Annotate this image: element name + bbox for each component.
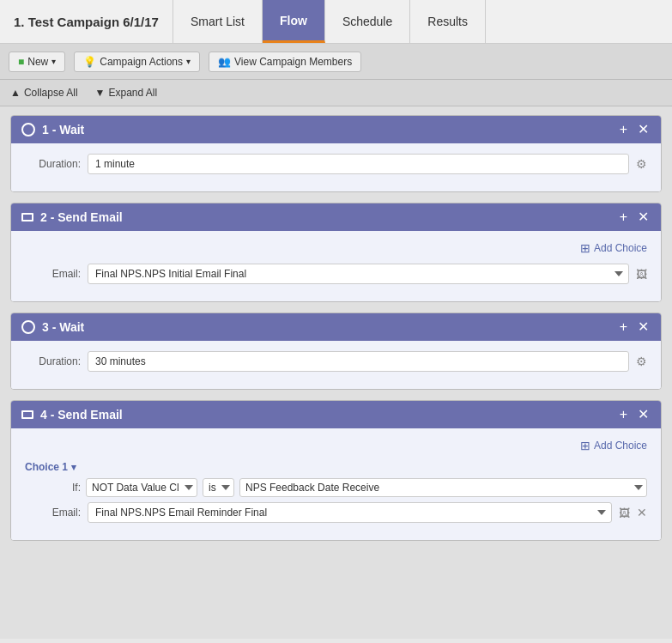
step-3-duration-row: Duration: 30 minutes ⚙ bbox=[25, 351, 647, 372]
step-1-duration-value[interactable]: 1 minute bbox=[88, 154, 629, 174]
step-2-title: 2 - Send Email bbox=[40, 210, 123, 224]
campaign-actions-button[interactable]: 💡 Campaign Actions ▾ bbox=[74, 52, 200, 72]
view-members-icon: 👥 bbox=[218, 56, 231, 68]
step-2-email-label: Email: bbox=[25, 268, 81, 280]
step-3-type-icon bbox=[21, 320, 35, 334]
step-2-add-button[interactable]: + bbox=[618, 210, 629, 224]
step-4-if-field2-select[interactable]: is bbox=[203, 478, 234, 497]
expand-all-button[interactable]: ▼ Expand All bbox=[95, 87, 158, 99]
step-2-type-icon bbox=[21, 213, 33, 221]
step-4-choice-1: Choice 1 ▾ If: NOT Data Value Cl is NPS … bbox=[25, 461, 647, 523]
step-2-email-row: Email: Final NPS.NPS Initial Email Final… bbox=[25, 264, 647, 284]
step-1-duration-label: Duration: bbox=[25, 158, 81, 170]
step-1-gear-icon[interactable]: ⚙ bbox=[636, 157, 647, 171]
step-2-add-choice-button[interactable]: ⊞ Add Choice bbox=[580, 241, 647, 255]
step-4-email-row: Email: Final NPS.NPS Email Reminder Fina… bbox=[25, 502, 647, 523]
tab-bar: 1. Test Campaign 6/1/17 Smart List Flow … bbox=[0, 0, 672, 44]
step-2-send-email: 2 - Send Email + ✕ ⊞ Add Choice Email: F… bbox=[10, 203, 662, 302]
campaign-title: 1. Test Campaign 6/1/17 bbox=[0, 0, 173, 43]
step-1-header: 1 - Wait + ✕ bbox=[11, 116, 661, 143]
step-4-if-row: If: NOT Data Value Cl is NPS Feedback Da… bbox=[25, 478, 647, 497]
step-2-header: 2 - Send Email + ✕ bbox=[11, 203, 661, 231]
tab-results[interactable]: Results bbox=[410, 0, 486, 43]
toolbar: ■ New ▾ 💡 Campaign Actions ▾ 👥 View Camp… bbox=[0, 44, 672, 80]
step-4-body: ⊞ Add Choice Choice 1 ▾ If: NOT Data Val… bbox=[11, 428, 661, 540]
step-4-add-button[interactable]: + bbox=[618, 408, 629, 422]
campaign-actions-icon: 💡 bbox=[83, 56, 96, 68]
step-4-title: 4 - Send Email bbox=[40, 408, 123, 422]
new-button[interactable]: ■ New ▾ bbox=[9, 52, 65, 72]
new-dropdown-icon: ▾ bbox=[51, 57, 56, 66]
step-1-duration-row: Duration: 1 minute ⚙ bbox=[25, 154, 647, 174]
step-4-email-delete-button[interactable]: ✕ bbox=[637, 506, 647, 519]
tab-flow[interactable]: Flow bbox=[263, 0, 325, 43]
step-1-wait: 1 - Wait + ✕ Duration: 1 minute ⚙ bbox=[10, 115, 662, 192]
step-1-body: Duration: 1 minute ⚙ bbox=[11, 143, 661, 191]
step-1-add-button[interactable]: + bbox=[618, 123, 629, 136]
step-1-title: 1 - Wait bbox=[42, 123, 84, 136]
step-4-close-button[interactable]: ✕ bbox=[636, 408, 651, 422]
step-3-duration-value[interactable]: 30 minutes bbox=[88, 351, 629, 372]
add-choice-icon: ⊞ bbox=[580, 241, 590, 255]
campaign-actions-dropdown-icon: ▾ bbox=[186, 57, 191, 66]
step-3-duration-label: Duration: bbox=[25, 355, 81, 367]
new-icon: ■ bbox=[18, 56, 24, 68]
step-3-wait: 3 - Wait + ✕ Duration: 30 minutes ⚙ bbox=[10, 312, 662, 390]
step-3-gear-icon[interactable]: ⚙ bbox=[636, 355, 647, 368]
step-4-add-choice-icon: ⊞ bbox=[580, 439, 590, 452]
step-4-choice-1-label[interactable]: Choice 1 ▾ bbox=[25, 461, 647, 473]
step-3-body: Duration: 30 minutes ⚙ bbox=[11, 341, 661, 389]
step-4-if-label: If: bbox=[25, 482, 81, 494]
step-4-header: 4 - Send Email + ✕ bbox=[11, 401, 661, 428]
step-2-email-select[interactable]: Final NPS.NPS Initial Email Final bbox=[88, 264, 629, 284]
tab-schedule[interactable]: Schedule bbox=[325, 0, 410, 43]
step-1-type-icon bbox=[21, 123, 35, 136]
main-content: 1 - Wait + ✕ Duration: 1 minute ⚙ 2 - Se… bbox=[0, 106, 672, 639]
expand-icon: ▼ bbox=[95, 87, 106, 99]
step-3-title: 3 - Wait bbox=[42, 320, 84, 334]
step-4-type-icon bbox=[21, 410, 33, 419]
step-2-email-preview-icon[interactable]: 🖼 bbox=[636, 268, 647, 281]
step-4-if-field3-select[interactable]: NPS Feedback Date Receive bbox=[239, 478, 647, 497]
step-4-add-choice-button[interactable]: ⊞ Add Choice bbox=[580, 439, 647, 452]
step-4-email-preview-icon[interactable]: 🖼 bbox=[619, 507, 630, 519]
step-3-close-button[interactable]: ✕ bbox=[636, 320, 651, 334]
view-members-button[interactable]: 👥 View Campaign Members bbox=[209, 52, 361, 72]
step-3-header: 3 - Wait + ✕ bbox=[11, 313, 661, 341]
collapse-all-button[interactable]: ▲ Collapse All bbox=[10, 87, 78, 99]
choice-dropdown-icon: ▾ bbox=[71, 462, 76, 473]
step-3-add-button[interactable]: + bbox=[618, 320, 629, 334]
step-2-close-button[interactable]: ✕ bbox=[636, 210, 651, 224]
step-4-send-email: 4 - Send Email + ✕ ⊞ Add Choice Choice 1… bbox=[10, 400, 662, 541]
collapse-bar: ▲ Collapse All ▼ Expand All bbox=[0, 80, 672, 106]
collapse-icon: ▲ bbox=[10, 87, 21, 99]
step-2-body: ⊞ Add Choice Email: Final NPS.NPS Initia… bbox=[11, 231, 661, 301]
step-4-email-label: Email: bbox=[25, 507, 81, 519]
step-2-add-choice-area: ⊞ Add Choice bbox=[25, 241, 647, 260]
step-4-email-select[interactable]: Final NPS.NPS Email Reminder Final bbox=[88, 502, 612, 523]
step-1-close-button[interactable]: ✕ bbox=[636, 123, 651, 136]
step-4-add-choice-area: ⊞ Add Choice bbox=[25, 439, 647, 458]
tab-smart-list[interactable]: Smart List bbox=[173, 0, 263, 43]
step-4-if-field1-select[interactable]: NOT Data Value Cl bbox=[86, 478, 197, 497]
